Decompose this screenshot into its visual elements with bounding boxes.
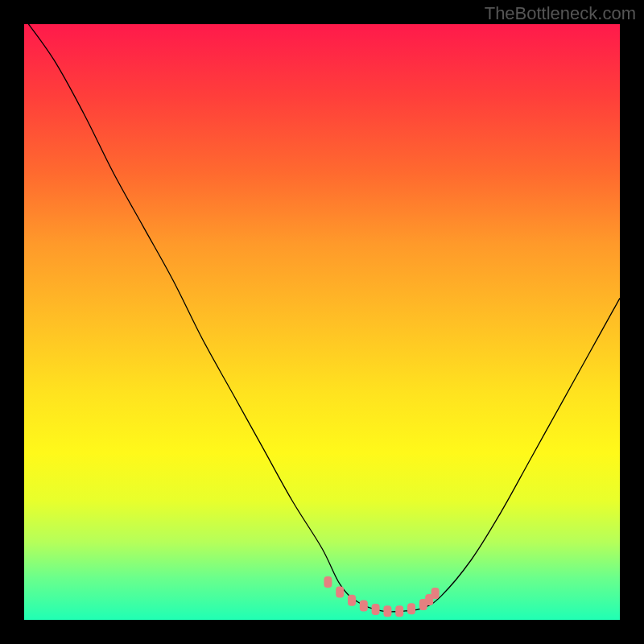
- marker-dot: [372, 604, 380, 615]
- marker-dot: [407, 603, 415, 614]
- marker-dot: [431, 588, 440, 599]
- chart-plot-area: [24, 24, 620, 620]
- marker-dot: [324, 576, 332, 588]
- marker-dot: [336, 587, 344, 598]
- marker-dot: [348, 595, 356, 606]
- watermark-label: TheBottleneck.com: [485, 3, 636, 24]
- chart-svg: [24, 24, 620, 620]
- marker-dot: [395, 605, 403, 617]
- marker-dot: [383, 605, 391, 617]
- marker-dot: [360, 601, 368, 612]
- bottleneck-curve-path: [24, 24, 620, 612]
